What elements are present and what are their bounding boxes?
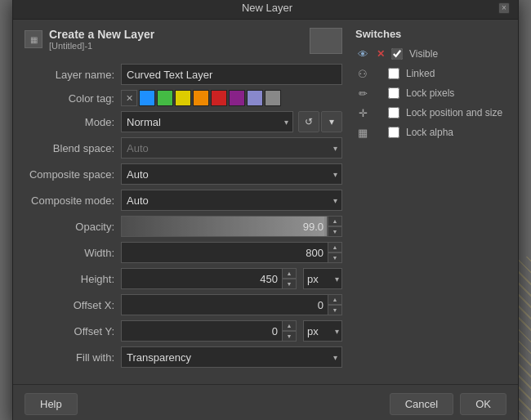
mode-label: Mode: (25, 116, 114, 128)
offset-y-spin-down[interactable]: ▼ (282, 331, 297, 342)
visible-checkbox[interactable] (391, 48, 403, 60)
dialog-content: ▦ Create a New Layer [Untitled]-1 Layer … (13, 20, 518, 381)
height-unit-select[interactable]: px in cm (303, 268, 342, 289)
fill-with-row: Fill with: Transparency Foreground color… (25, 346, 342, 368)
switches-title: Switches (355, 28, 506, 40)
lock-pixels-icon: ✏ (355, 86, 370, 101)
visible-switch-row: 👁 ✕ Visible (355, 47, 506, 61)
titlebar: New Layer × (13, 0, 518, 20)
width-label: Width: (25, 247, 114, 259)
lock-position-checkbox[interactable] (388, 107, 399, 118)
height-spin-down[interactable]: ▼ (282, 279, 297, 289)
composite-mode-label: Composite mode: (25, 194, 114, 207)
offset-y-spin-up[interactable]: ▲ (282, 320, 297, 331)
color-tag-label: Color tag: (25, 92, 114, 105)
lock-alpha-checkbox[interactable] (388, 127, 399, 138)
composite-space-row: Composite space: Auto ▾ (25, 163, 342, 185)
visible-x: ✕ (377, 48, 385, 60)
width-spin-down[interactable]: ▼ (328, 252, 342, 263)
layer-name-label: Layer name: (25, 69, 114, 81)
visible-label: Visible (409, 48, 438, 60)
window-title: New Layer (36, 2, 498, 14)
opacity-spin-down[interactable]: ▼ (328, 226, 342, 237)
fill-with-select[interactable]: Transparency Foreground color Background… (121, 346, 342, 368)
color-swatch-yellow[interactable] (175, 90, 191, 106)
opacity-slider[interactable]: 99.0 (121, 216, 328, 237)
height-input[interactable] (121, 268, 297, 289)
offset-y-row: Offset Y: ▲ ▼ px in cm ▾ (25, 320, 342, 342)
composite-space-label: Composite space: (25, 168, 114, 181)
close-button[interactable]: × (498, 2, 510, 14)
color-tag-swatches: ✕ (121, 90, 342, 106)
lock-pixels-switch-row: ✏ Lock pixels (355, 86, 506, 101)
layer-name-row: Layer name: (25, 64, 342, 85)
offset-x-spin-down[interactable]: ▼ (328, 305, 342, 315)
lock-position-switch-row: ✛ Lock position and size (355, 105, 506, 120)
linked-switch-row: ⚇ Linked (355, 66, 506, 81)
offset-y-unit-select[interactable]: px in cm (303, 320, 342, 342)
ok-button[interactable]: OK (460, 393, 506, 415)
dialog-subtitle: [Untitled]-1 (49, 41, 154, 51)
lock-position-icon: ✛ (355, 105, 370, 120)
offset-x-spin-up[interactable]: ▲ (328, 294, 342, 305)
lock-alpha-icon: ▦ (355, 125, 370, 140)
height-label: Height: (25, 273, 114, 285)
mode-down-btn[interactable]: ▾ (321, 111, 342, 132)
color-swatch-red[interactable] (211, 90, 227, 106)
lock-position-label: Lock position and size (406, 107, 502, 118)
composite-space-select[interactable]: Auto (121, 163, 342, 185)
offset-y-label: Offset Y: (25, 325, 114, 337)
color-swatch-green[interactable] (157, 90, 173, 106)
layer-name-input[interactable] (121, 64, 342, 85)
cancel-button[interactable]: Cancel (390, 393, 453, 415)
width-spin-up[interactable]: ▲ (328, 242, 342, 252)
opacity-label: Opacity: (25, 221, 114, 233)
color-swatch-blue[interactable] (139, 90, 155, 106)
lock-alpha-label: Lock alpha (406, 127, 453, 138)
mode-icon-btn[interactable]: ↺ (298, 111, 319, 132)
blend-space-select[interactable]: Auto (121, 137, 342, 159)
offset-x-input[interactable] (121, 294, 342, 315)
color-swatch-gray[interactable] (265, 90, 281, 106)
offset-x-row: Offset X: ▲ ▼ (25, 294, 342, 315)
blend-space-row: Blend space: Auto ▾ (25, 137, 342, 159)
color-swatch-orange[interactable] (193, 90, 209, 106)
opacity-row: Opacity: 99.0 ▲ ▼ (25, 216, 342, 237)
mode-row: Mode: Normal Multiply Screen Overlay ▾ ↺ (25, 111, 342, 132)
opacity-spin-up[interactable]: ▲ (328, 216, 342, 226)
composite-mode-select[interactable]: Auto (121, 190, 342, 211)
color-swatch-purple[interactable] (229, 90, 245, 106)
eye-icon: 👁 (355, 47, 370, 61)
mode-select[interactable]: Normal Multiply Screen Overlay (121, 111, 293, 132)
link-icon: ⚇ (355, 66, 370, 81)
dialog-title: Create a New Layer (49, 28, 154, 41)
blend-space-label: Blend space: (25, 142, 114, 154)
color-x-button[interactable]: ✕ (121, 90, 137, 106)
help-button[interactable]: Help (25, 393, 78, 415)
layer-preview (310, 28, 342, 54)
height-row: Height: ▲ ▼ px in cm ▾ (25, 268, 342, 289)
lock-pixels-checkbox[interactable] (388, 87, 399, 99)
height-spin-up[interactable]: ▲ (282, 268, 297, 279)
bottom-bar: Help Cancel OK (13, 384, 518, 420)
lock-pixels-label: Lock pixels (406, 87, 454, 99)
offset-x-label: Offset X: (25, 299, 114, 311)
composite-mode-row: Composite mode: Auto ▾ (25, 190, 342, 211)
linked-label: Linked (406, 68, 435, 79)
new-layer-dialog: New Layer × ▦ Create a New Layer [Untitl… (12, 0, 519, 420)
fill-with-label: Fill with: (25, 351, 114, 364)
offset-y-input[interactable] (121, 320, 297, 342)
color-swatch-lavender[interactable] (247, 90, 263, 106)
lock-alpha-switch-row: ▦ Lock alpha (355, 125, 506, 140)
linked-checkbox[interactable] (388, 68, 399, 79)
width-row: Width: ▲ ▼ (25, 242, 342, 263)
app-icon: ▦ (25, 30, 42, 48)
switches-panel: Switches 👁 ✕ Visible ⚇ Linked ✏ Lock pix… (355, 28, 506, 373)
create-header: ▦ Create a New Layer [Untitled]-1 (25, 28, 342, 54)
width-input[interactable] (121, 242, 342, 263)
left-panel: ▦ Create a New Layer [Untitled]-1 Layer … (25, 28, 342, 373)
color-tag-row: Color tag: ✕ (25, 90, 342, 106)
